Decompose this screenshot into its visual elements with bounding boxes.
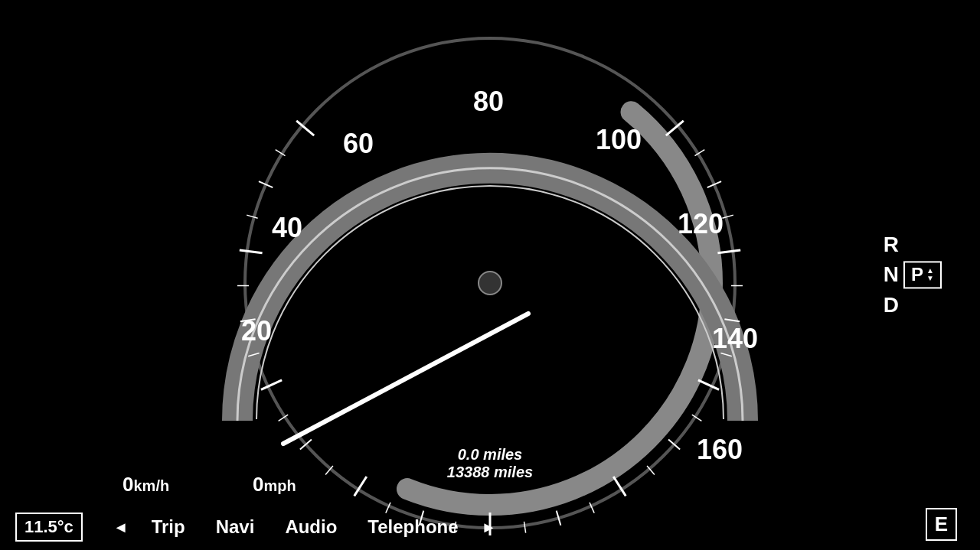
trip-current: 0.0 miles [447,446,533,464]
nav-item-navi[interactable]: Navi [216,516,255,538]
trip-total: 13388 miles [447,464,533,481]
svg-point-2 [479,272,501,295]
gear-r: R [884,232,899,258]
nav-menu: ◄ Trip Navi Audio Telephone ► [106,516,965,538]
speedometer-needle [283,314,528,444]
speed-mph-display: 0mph [253,473,296,496]
gear-p-label: P [911,265,923,286]
speed-mph-value: 0 [253,473,263,496]
speed-label-120: 120 [678,208,724,239]
speed-mph-unit: mph [263,477,296,494]
speed-label-140: 140 [712,323,758,354]
nav-item-audio[interactable]: Audio [285,516,337,538]
gear-indicator: R N P ▲ ▼ D [884,232,942,318]
dashboard: 20 40 60 80 100 120 140 160 [0,0,980,550]
speed-label-80: 80 [473,86,504,117]
temperature-display: 11.5°c [15,513,83,542]
gear-n: N [884,262,899,288]
speed-label-160: 160 [697,434,743,465]
speed-kmh-display: 0km/h [122,473,169,496]
gear-d: D [884,293,899,319]
nav-item-telephone[interactable]: Telephone [368,516,458,538]
speed-label-100: 100 [596,124,642,155]
nav-prev-arrow[interactable]: ◄ [113,519,129,536]
nav-item-trip[interactable]: Trip [152,516,185,538]
speed-kmh-unit: km/h [133,477,169,494]
tick-20 [240,250,263,253]
trip-info: 0.0 miles 13388 miles [447,446,533,481]
gear-shift-arrows: ▲ ▼ [926,268,934,283]
e-indicator: E [926,508,957,541]
speed-kmh-value: 0 [122,473,133,496]
bottom-bar: 11.5°c ◄ Trip Navi Audio Telephone ► [0,504,980,550]
speed-label-60: 60 [343,128,374,159]
nav-next-arrow[interactable]: ► [482,519,497,536]
tick-140 [717,250,740,253]
speed-label-40: 40 [272,212,302,243]
gear-p-box: P ▲ ▼ [903,262,942,289]
